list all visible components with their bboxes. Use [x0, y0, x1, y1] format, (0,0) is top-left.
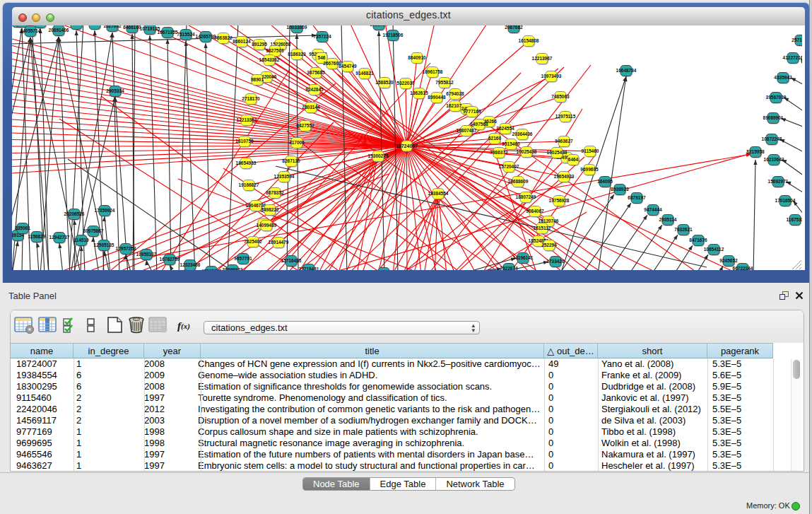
- svg-text:14055714: 14055714: [20, 28, 41, 33]
- svg-text:10654112: 10654112: [704, 247, 724, 252]
- svg-text:7663822: 7663822: [214, 35, 233, 40]
- svg-text:2718170: 2718170: [242, 96, 260, 101]
- svg-text:8678352: 8678352: [266, 190, 284, 195]
- svg-text:15716485: 15716485: [281, 258, 302, 263]
- svg-text:2458591: 2458591: [67, 25, 86, 26]
- svg-text:546: 546: [318, 55, 326, 60]
- svg-text:7632621: 7632621: [674, 227, 693, 232]
- svg-text:1733426: 1733426: [546, 259, 565, 264]
- svg-text:1362615: 1362615: [410, 90, 428, 95]
- svg-text:9146821: 9146821: [355, 71, 374, 76]
- svg-text:14265799: 14265799: [196, 34, 216, 39]
- svg-text:114519: 114519: [73, 238, 89, 243]
- svg-text:12213363: 12213363: [237, 117, 257, 122]
- svg-text:18807249: 18807249: [516, 194, 536, 199]
- svg-text:9515460: 9515460: [502, 141, 520, 146]
- svg-text:19654923: 19654923: [554, 174, 575, 179]
- svg-text:19654933: 19654933: [236, 160, 257, 165]
- svg-text:16914479: 16914479: [269, 240, 289, 245]
- svg-text:15692971: 15692971: [768, 179, 789, 184]
- svg-text:9115460: 9115460: [582, 148, 599, 153]
- svg-text:9463627: 9463627: [555, 139, 573, 144]
- svg-text:15720407: 15720407: [499, 164, 519, 169]
- svg-text:1527602: 1527602: [103, 25, 122, 28]
- svg-text:9474444: 9474444: [644, 207, 662, 212]
- svg-text:8215958: 8215958: [746, 149, 765, 154]
- svg-text:41227216: 41227216: [783, 55, 802, 60]
- svg-text:10688609: 10688609: [508, 179, 529, 184]
- svg-text:2905334: 2905334: [106, 88, 124, 93]
- svg-text:9657791: 9657791: [234, 256, 252, 261]
- svg-text:10025438: 10025438: [547, 150, 567, 155]
- svg-text:8427552: 8427552: [296, 123, 314, 128]
- svg-text:20206526: 20206526: [64, 211, 85, 216]
- svg-text:8186323: 8186323: [288, 52, 306, 57]
- svg-text:6466160: 6466160: [123, 25, 141, 30]
- svg-text:10653267: 10653267: [85, 25, 105, 26]
- svg-text:9827503: 9827503: [266, 48, 284, 53]
- svg-text:9245652: 9245652: [719, 258, 738, 263]
- svg-text:47295260: 47295260: [201, 269, 222, 270]
- svg-text:417006: 417006: [289, 140, 305, 145]
- svg-text:10973493: 10973493: [541, 74, 562, 78]
- svg-text:8640910: 8640910: [408, 55, 426, 60]
- svg-text:252294: 252294: [541, 243, 557, 247]
- svg-text:6879197: 6879197: [628, 195, 646, 200]
- svg-text:10807487: 10807487: [457, 128, 477, 133]
- svg-text:14196141: 14196141: [513, 255, 534, 260]
- svg-text:16210643: 16210643: [764, 157, 784, 162]
- svg-text:164095: 164095: [597, 179, 613, 184]
- svg-text:7515524: 7515524: [177, 32, 195, 37]
- svg-text:12505135: 12505135: [94, 243, 114, 247]
- svg-text:16154808: 16154808: [519, 38, 539, 43]
- svg-text:1156829: 1156829: [28, 234, 46, 239]
- svg-text:20364436: 20364436: [512, 132, 533, 136]
- svg-text:19218506: 19218506: [383, 33, 404, 37]
- svg-text:30975867: 30975867: [83, 228, 104, 233]
- svg-text:835061: 835061: [15, 226, 30, 230]
- svg-text:7357224: 7357224: [313, 34, 331, 39]
- svg-text:8660124: 8660124: [233, 39, 251, 44]
- svg-text:38898923: 38898923: [223, 267, 243, 270]
- svg-text:8454749: 8454749: [339, 64, 357, 69]
- svg-text:19384554: 19384554: [428, 191, 449, 196]
- svg-text:1610755: 1610755: [235, 139, 254, 144]
- svg-text:16648784: 16648784: [616, 68, 637, 73]
- svg-text:891295: 891295: [252, 42, 267, 47]
- svg-text:7625402: 7625402: [244, 239, 262, 244]
- svg-text:8267130: 8267130: [282, 158, 300, 163]
- svg-text:19756928: 19756928: [549, 198, 570, 203]
- svg-text:16961758: 16961758: [423, 69, 443, 74]
- svg-text:8990448: 8990448: [428, 95, 446, 100]
- svg-text:14099489: 14099489: [257, 223, 277, 228]
- svg-text:10872248: 10872248: [762, 136, 782, 141]
- svg-text:7955812: 7955812: [435, 80, 454, 85]
- svg-text:18724007: 18724007: [396, 144, 418, 148]
- svg-text:19166827: 19166827: [239, 182, 259, 187]
- svg-text:5322037: 5322037: [396, 81, 415, 86]
- svg-text:62160: 62160: [488, 136, 501, 141]
- svg-text:17359924: 17359924: [95, 208, 115, 213]
- svg-text:12353594: 12353594: [274, 174, 295, 179]
- svg-text:12323466: 12323466: [180, 262, 201, 267]
- svg-text:8471676: 8471676: [689, 238, 707, 243]
- svg-text:39587039: 39587039: [766, 95, 787, 100]
- svg-text:7986372: 7986372: [490, 150, 508, 155]
- svg-text:2935114: 2935114: [659, 217, 677, 222]
- svg-text:10025438: 10025438: [517, 149, 537, 154]
- svg-text:(x): (x): [181, 322, 190, 331]
- svg-text:17957253: 17957253: [116, 246, 136, 251]
- svg-text:8938923: 8938923: [611, 187, 629, 192]
- svg-text:98901: 98901: [251, 77, 264, 82]
- svg-text:6794028: 6794028: [446, 91, 464, 96]
- svg-text:10958107: 10958107: [136, 252, 157, 257]
- svg-text:12975115: 12975115: [555, 114, 576, 119]
- svg-text:16543362: 16543362: [259, 57, 280, 62]
- svg-text:66722344: 66722344: [733, 266, 753, 270]
- svg-text:2087682: 2087682: [505, 25, 523, 30]
- svg-text:4335942: 4335942: [774, 75, 792, 80]
- svg-text:3675685: 3675685: [307, 70, 325, 75]
- svg-text:16782759: 16782759: [160, 257, 180, 262]
- svg-text:7022674: 7022674: [500, 266, 518, 270]
- svg-text:17016504: 17016504: [775, 198, 796, 203]
